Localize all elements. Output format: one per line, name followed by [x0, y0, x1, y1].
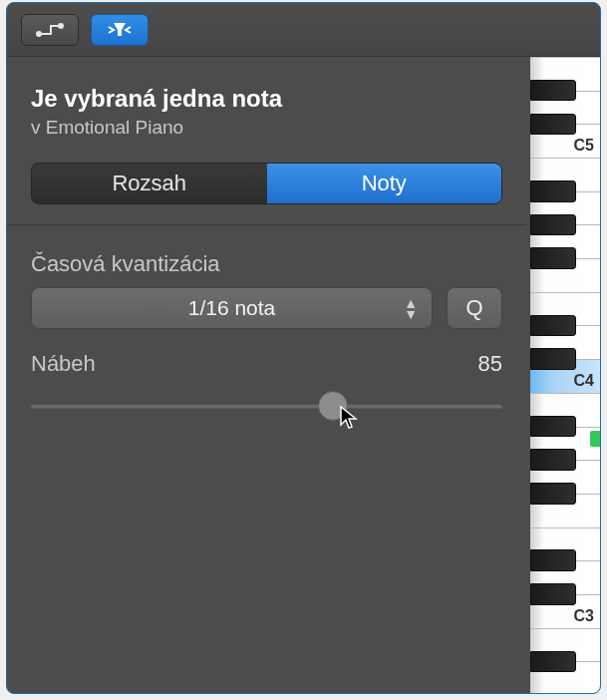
body: Je vybraná jedna nota v Emotional Piano … — [7, 57, 600, 693]
black-key[interactable] — [530, 348, 576, 370]
black-key[interactable] — [530, 80, 576, 102]
black-key[interactable] — [530, 180, 576, 202]
svg-marker-2 — [114, 23, 126, 36]
slider-thumb[interactable] — [318, 391, 348, 421]
velocity-header: Nábeh 85 — [31, 351, 502, 377]
quantize-value-popup[interactable]: 1/16 nota ▲▼ — [31, 287, 433, 329]
black-key[interactable] — [530, 651, 576, 673]
chevron-updown-icon: ▲▼ — [404, 298, 418, 319]
inspector-window: Je vybraná jedna nota v Emotional Piano … — [6, 2, 601, 694]
quantize-value-text: 1/16 nota — [188, 296, 276, 320]
black-key[interactable] — [530, 114, 576, 136]
black-key[interactable] — [530, 483, 576, 505]
slider-track — [31, 404, 502, 409]
velocity-slider[interactable] — [31, 391, 502, 421]
piano-keys[interactable]: C5C4C3 — [530, 57, 600, 693]
time-quantize-label: Časová kvantizácia — [31, 251, 502, 277]
velocity-value: 85 — [478, 351, 502, 377]
divider — [7, 224, 526, 225]
piano-keys-column: C5C4C3 — [526, 57, 600, 693]
seg-range[interactable]: Rozsah — [32, 164, 267, 203]
black-key[interactable] — [530, 214, 576, 236]
key-label: C4 — [574, 372, 594, 390]
left-panel: Je vybraná jedna nota v Emotional Piano … — [7, 57, 526, 693]
black-key[interactable] — [530, 247, 576, 269]
black-key[interactable] — [530, 449, 576, 471]
black-key[interactable] — [530, 583, 576, 605]
quantize-apply-button[interactable]: Q — [447, 287, 502, 329]
automation-view-button[interactable] — [21, 14, 79, 46]
selection-title: Je vybraná jedna nota — [31, 85, 502, 113]
quantize-row: 1/16 nota ▲▼ Q — [31, 287, 502, 329]
funnel-quantize-icon — [104, 21, 136, 39]
velocity-label: Nábeh — [31, 351, 96, 377]
seg-notes[interactable]: Noty — [267, 164, 502, 203]
key-label: C3 — [574, 607, 594, 625]
black-key[interactable] — [530, 315, 576, 337]
automation-curve-icon — [35, 22, 65, 38]
selection-subtitle: v Emotional Piano — [31, 117, 502, 139]
key-label: C5 — [574, 137, 594, 155]
playhead-marker — [590, 431, 600, 447]
toolbar — [7, 3, 600, 57]
piano-roll-view-button[interactable] — [91, 14, 149, 46]
view-segmented-control: Rozsah Noty — [31, 163, 502, 204]
black-key[interactable] — [530, 416, 576, 438]
black-key[interactable] — [530, 549, 576, 571]
